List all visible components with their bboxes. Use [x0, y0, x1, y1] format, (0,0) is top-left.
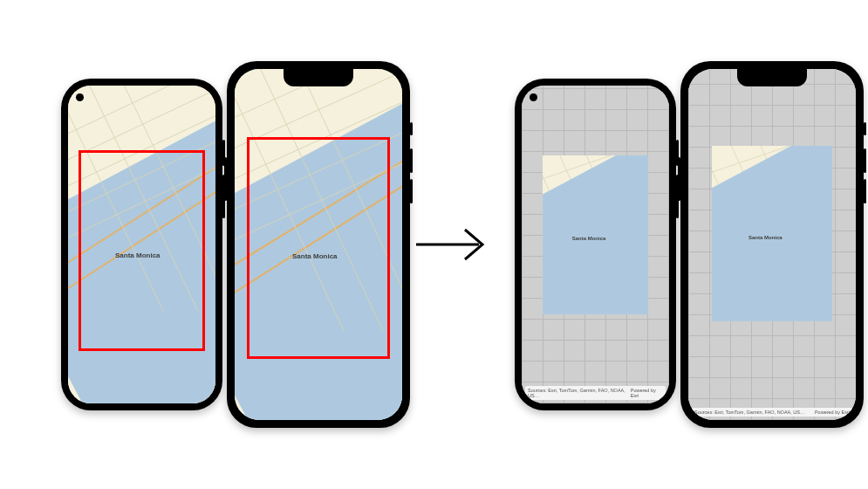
phone-screen: Santa Monica [68, 86, 215, 403]
phone-screen: Santa Monica Sources: Esri, TomTom, Garm… [688, 69, 856, 420]
map-view-inset[interactable]: Santa Monica [543, 155, 649, 314]
map-attribution: Sources: Esri, TomTom, Garmin, FAO, NOAA… [692, 408, 852, 417]
attribution-powered: Powered by Esri [815, 410, 850, 415]
iphone-button [410, 179, 413, 203]
phone-iphone-right: Santa Monica Sources: Esri, TomTom, Garm… [680, 61, 864, 428]
figure-stage: Santa Monica [0, 0, 868, 489]
map-view[interactable]: Santa Monica [68, 86, 215, 403]
notch-icon [284, 69, 353, 86]
iphone-button [224, 157, 227, 201]
phone-android-right: Santa Monica Sources: Esri, TomTom, Garm… [515, 79, 676, 410]
iphone-button [410, 122, 413, 135]
attribution-sources: Sources: Esri, TomTom, Garmin, FAO, NOAA… [694, 410, 804, 415]
iphone-button [864, 148, 866, 173]
map-roads-icon [712, 146, 832, 319]
highlight-rectangle [79, 150, 205, 351]
map-place-label: Santa Monica [572, 236, 606, 241]
phone-screen: Santa Monica [235, 69, 402, 420]
map-roads-icon [543, 155, 649, 314]
highlight-rectangle [247, 137, 390, 359]
map-view-inset[interactable]: Santa Monica [712, 146, 832, 321]
arrow-icon [414, 223, 493, 266]
camera-punchhole-icon [76, 93, 84, 101]
map-attribution: Sources: Esri, TomTom, Garmin, FAO, NOAA… [525, 386, 666, 400]
attribution-powered: Powered by Esri [631, 388, 663, 398]
camera-punchhole-icon [530, 93, 537, 101]
iphone-button [864, 122, 866, 135]
phone-iphone-left: Santa Monica [227, 61, 410, 428]
map-view[interactable]: Santa Monica [235, 69, 402, 420]
map-place-label: Santa Monica [748, 235, 783, 240]
attribution-sources: Sources: Esri, TomTom, Garmin, FAO, NOAA… [528, 388, 631, 398]
notch-icon [737, 69, 807, 86]
phone-android-left: Santa Monica [61, 79, 222, 410]
phone-screen: Santa Monica Sources: Esri, TomTom, Garm… [522, 86, 669, 403]
iphone-button [678, 157, 680, 201]
iphone-button [410, 148, 413, 173]
iphone-button [864, 179, 866, 203]
